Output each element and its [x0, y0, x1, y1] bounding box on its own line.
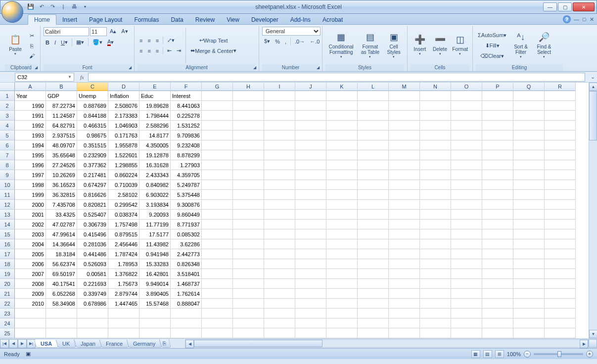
- table-cell[interactable]: [358, 180, 389, 190]
- split-handle[interactable]: [589, 339, 597, 348]
- table-cell[interactable]: 0.674297: [77, 180, 108, 190]
- table-cell[interactable]: [326, 239, 358, 249]
- table-cell[interactable]: [15, 318, 46, 328]
- vertical-scrollbar[interactable]: ▲ ▼: [589, 83, 597, 338]
- table-cell[interactable]: 14.8177: [139, 131, 171, 140]
- table-cell[interactable]: 1.798444: [139, 111, 171, 121]
- table-cell[interactable]: [358, 309, 389, 318]
- workbook-close-icon[interactable]: ✕: [590, 16, 594, 23]
- table-cell[interactable]: 1.75673: [108, 279, 139, 289]
- sort-filter-button[interactable]: ᴬ↓Sort & Filter▾: [510, 29, 532, 62]
- macro-record-icon[interactable]: ▣: [26, 351, 31, 357]
- prev-sheet-icon[interactable]: ◀: [9, 339, 18, 348]
- table-cell[interactable]: [295, 328, 326, 338]
- table-cell[interactable]: [482, 121, 513, 131]
- table-cell[interactable]: [202, 101, 233, 111]
- table-cell[interactable]: [233, 121, 264, 131]
- table-cell[interactable]: 0.415496: [77, 229, 108, 239]
- align-middle-icon[interactable]: ≡: [145, 36, 152, 45]
- wrap-text-button[interactable]: ↩ Wrap Text: [188, 36, 238, 45]
- table-cell[interactable]: 1.447465: [108, 299, 139, 309]
- table-cell[interactable]: [295, 318, 326, 328]
- table-cell[interactable]: 2006: [15, 259, 46, 269]
- table-cell[interactable]: [264, 101, 295, 111]
- table-cell[interactable]: 0.281036: [77, 239, 108, 249]
- table-cell[interactable]: [513, 200, 545, 210]
- column-header[interactable]: O: [451, 83, 482, 91]
- table-cell[interactable]: [295, 140, 326, 150]
- table-cell[interactable]: [233, 239, 264, 249]
- next-sheet-icon[interactable]: ▶: [18, 339, 27, 348]
- table-cell[interactable]: [482, 170, 513, 180]
- sheet-tab[interactable]: Japan: [74, 340, 101, 348]
- column-header[interactable]: M: [389, 83, 420, 91]
- table-cell[interactable]: [389, 160, 420, 170]
- table-cell[interactable]: [295, 289, 326, 299]
- row-header[interactable]: 9: [0, 170, 15, 180]
- table-cell[interactable]: [326, 269, 358, 279]
- table-cell[interactable]: [482, 150, 513, 160]
- table-cell[interactable]: 1996: [15, 160, 46, 170]
- table-cell[interactable]: 0.844188: [77, 111, 108, 121]
- clipboard-launcher-icon[interactable]: ◢: [33, 64, 39, 70]
- table-cell[interactable]: [420, 229, 451, 239]
- table-cell[interactable]: [233, 259, 264, 269]
- row-header[interactable]: 3: [0, 111, 15, 121]
- table-cell[interactable]: [482, 180, 513, 190]
- table-cell[interactable]: [513, 190, 545, 200]
- table-cell[interactable]: [513, 229, 545, 239]
- table-cell[interactable]: [545, 259, 576, 269]
- table-cell[interactable]: [202, 279, 233, 289]
- table-cell[interactable]: 47.99614: [46, 229, 77, 239]
- table-cell[interactable]: 15.33283: [139, 259, 171, 269]
- zoom-level[interactable]: 100%: [507, 351, 521, 357]
- table-cell[interactable]: Year: [15, 91, 46, 101]
- table-cell[interactable]: [513, 259, 545, 269]
- table-cell[interactable]: [358, 121, 389, 131]
- table-cell[interactable]: [482, 160, 513, 170]
- table-cell[interactable]: [233, 200, 264, 210]
- table-cell[interactable]: [389, 299, 420, 309]
- table-cell[interactable]: [451, 210, 482, 220]
- table-cell[interactable]: [545, 289, 576, 299]
- table-cell[interactable]: [389, 279, 420, 289]
- table-cell[interactable]: [264, 269, 295, 279]
- table-cell[interactable]: 0.840982: [139, 180, 171, 190]
- table-cell[interactable]: 3.518401: [171, 269, 202, 279]
- table-cell[interactable]: [326, 200, 358, 210]
- table-cell[interactable]: [513, 170, 545, 180]
- clear-button[interactable]: ⌫ Clear ▾: [476, 51, 508, 61]
- table-cell[interactable]: [451, 279, 482, 289]
- table-cell[interactable]: 0.00581: [77, 269, 108, 279]
- table-cell[interactable]: [420, 150, 451, 160]
- table-cell[interactable]: 2008: [15, 279, 46, 289]
- row-header[interactable]: 8: [0, 160, 15, 170]
- table-cell[interactable]: [15, 309, 46, 318]
- table-cell[interactable]: [326, 299, 358, 309]
- table-cell[interactable]: [233, 170, 264, 180]
- table-cell[interactable]: [326, 328, 358, 338]
- font-size-combo[interactable]: [90, 27, 107, 36]
- table-cell[interactable]: [295, 269, 326, 279]
- table-cell[interactable]: [482, 269, 513, 279]
- table-cell[interactable]: [420, 328, 451, 338]
- tab-acrobat[interactable]: Acrobat: [317, 15, 349, 24]
- table-cell[interactable]: [420, 170, 451, 180]
- table-cell[interactable]: [233, 210, 264, 220]
- table-cell[interactable]: 0.377362: [77, 160, 108, 170]
- table-cell[interactable]: 0.232909: [77, 150, 108, 160]
- table-cell[interactable]: 0.085302: [171, 229, 202, 239]
- align-top-icon[interactable]: ≡: [138, 36, 144, 45]
- table-cell[interactable]: [482, 229, 513, 239]
- table-cell[interactable]: [513, 318, 545, 328]
- table-cell[interactable]: [482, 318, 513, 328]
- row-header[interactable]: 10: [0, 180, 15, 190]
- row-header[interactable]: 14: [0, 220, 15, 229]
- column-header[interactable]: H: [233, 83, 264, 91]
- table-cell[interactable]: [420, 259, 451, 269]
- table-cell[interactable]: [545, 279, 576, 289]
- table-cell[interactable]: [202, 190, 233, 200]
- table-cell[interactable]: [233, 190, 264, 200]
- table-cell[interactable]: 2.456446: [108, 239, 139, 249]
- table-cell[interactable]: [358, 289, 389, 299]
